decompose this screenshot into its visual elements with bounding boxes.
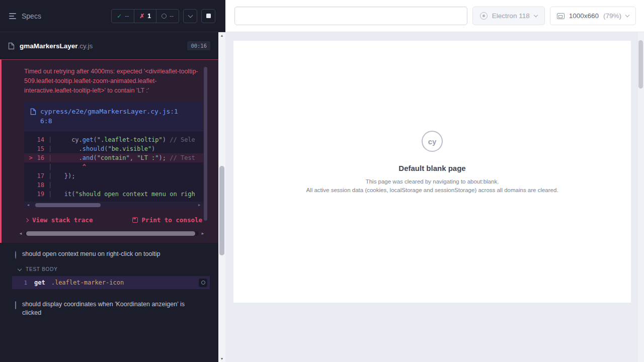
stat-pending: --: [156, 10, 179, 23]
command-spinner-badge: [199, 279, 207, 287]
scroll-left-arrow[interactable]: [18, 230, 23, 237]
spec-extension: .cy.js: [78, 42, 93, 50]
cypress-logo: cy: [422, 131, 443, 152]
browser-select[interactable]: Electron 118: [472, 7, 545, 25]
blank-page-title: Default blank page: [306, 164, 558, 172]
test-body-label: TEST BODY: [26, 266, 58, 272]
reporter-scrollbar-thumb[interactable]: [219, 166, 224, 255]
test-title: should display coordinates when 'Koordin…: [22, 300, 198, 317]
specs-label: Specs: [22, 12, 41, 20]
spec-file-icon: [8, 42, 15, 50]
chevron-down-icon: [188, 13, 193, 18]
code-snippet: 14| cy.get(".leaflet-tooltip") // Sele 1…: [24, 131, 203, 202]
code-scrollbar-thumb[interactable]: [35, 203, 101, 207]
test-title: should open context menu on right-click …: [22, 250, 160, 259]
test-body-toggle[interactable]: TEST BODY: [0, 264, 218, 276]
command-message: .leaflet-marker-icon: [51, 279, 199, 286]
code-frame-file-link[interactable]: cypress/e2e/gmaMarkersLayer.cy.js:16:8: [40, 107, 180, 126]
view-stack-trace-button[interactable]: View stack trace: [25, 216, 93, 224]
error-message: Timed out retrying after 4000ms: expecte…: [24, 67, 203, 96]
print-icon: [132, 217, 138, 223]
blank-page-message-1: This page was cleared by navigating to a…: [306, 177, 558, 186]
error-vscroll-thumb[interactable]: [204, 67, 207, 221]
code-frame: cypress/e2e/gmaMarkersLayer.cy.js:16:8 1…: [24, 102, 203, 208]
aut-iframe: cy Default blank page This page was clea…: [233, 41, 631, 303]
stop-icon: [206, 14, 211, 18]
viewport-icon: [557, 13, 565, 19]
chevron-down-icon: [18, 266, 22, 270]
command-number: 1: [12, 280, 27, 286]
failed-attempt-panel: Timed out retrying after 4000ms: expecte…: [0, 59, 218, 243]
command-method: get: [34, 279, 45, 286]
test-running-icon: [15, 251, 16, 259]
failed-x-icon: [139, 13, 144, 20]
spec-name[interactable]: gmaMarkersLayer.cy.js: [20, 42, 182, 50]
reporter-body: gmaMarkersLayer.cy.js 00:16 Timed out re…: [0, 32, 218, 362]
aut-main-area: Electron 118 1000x660 (79%) cy Default b…: [225, 0, 644, 362]
viewport-scale: (79%): [603, 12, 621, 20]
scroll-left-arrow[interactable]: [26, 202, 31, 208]
chevron-down-icon: [533, 13, 537, 17]
spec-duration: 00:16: [187, 41, 210, 50]
error-actions: View stack trace Print to console: [24, 214, 203, 230]
reporter-header: Specs -- 1 --: [0, 0, 225, 32]
url-input[interactable]: [234, 7, 467, 25]
chevron-right-icon: [25, 218, 29, 222]
viewport-info-button[interactable]: 1000x660 (79%): [550, 7, 636, 25]
test-stats: -- 1 --: [111, 9, 179, 23]
pending-circle-icon: [162, 14, 167, 19]
aut-background: cy Default blank page This page was clea…: [225, 32, 637, 362]
scroll-right-arrow[interactable]: [197, 202, 202, 208]
code-file-icon: [30, 108, 36, 115]
error-scrollbar-thumb[interactable]: [26, 231, 195, 236]
scroll-up-arrow[interactable]: [218, 32, 225, 39]
specs-menu-icon[interactable]: [9, 13, 16, 19]
aut-header: Electron 118 1000x660 (79%): [225, 0, 644, 32]
code-horizontal-scrollbar: [24, 202, 203, 208]
blank-page-message-2: All active session data (cookies, localS…: [306, 186, 558, 195]
scroll-right-arrow[interactable]: [200, 230, 205, 237]
blank-page-content: cy Default blank page This page was clea…: [306, 131, 558, 195]
error-horizontal-scrollbar: [18, 230, 205, 237]
stop-run-button[interactable]: [201, 9, 215, 23]
reporter-sidebar: Specs -- 1 --: [0, 0, 225, 362]
page-scrollbar-thumb[interactable]: [638, 40, 643, 88]
collapse-all-button[interactable]: [183, 9, 197, 23]
viewport-size: 1000x660: [569, 12, 599, 20]
code-frame-header: cypress/e2e/gmaMarkersLayer.cy.js:16:8: [24, 102, 203, 131]
test-item-running[interactable]: should open context menu on right-click …: [0, 243, 218, 264]
electron-browser-icon: [480, 12, 488, 20]
spec-header: gmaMarkersLayer.cy.js 00:16: [0, 32, 218, 59]
scroll-down-arrow[interactable]: [218, 355, 225, 362]
test-item-queued[interactable]: should display coordinates when 'Koordin…: [0, 293, 218, 322]
test-queued-icon: [15, 301, 16, 309]
print-to-console-button[interactable]: Print to console: [132, 216, 202, 224]
stat-failed: 1: [134, 10, 156, 23]
stat-passed: --: [112, 10, 134, 23]
spinner-icon: [201, 281, 205, 285]
reporter-scrollbar: [218, 32, 225, 362]
page-scrollbar: [637, 32, 644, 362]
error-vertical-scrollbar: [204, 67, 207, 221]
chevron-down-icon: [625, 13, 629, 17]
passed-check-icon: [117, 13, 122, 20]
command-log-row[interactable]: 1 get .leaflet-marker-icon: [12, 276, 210, 289]
